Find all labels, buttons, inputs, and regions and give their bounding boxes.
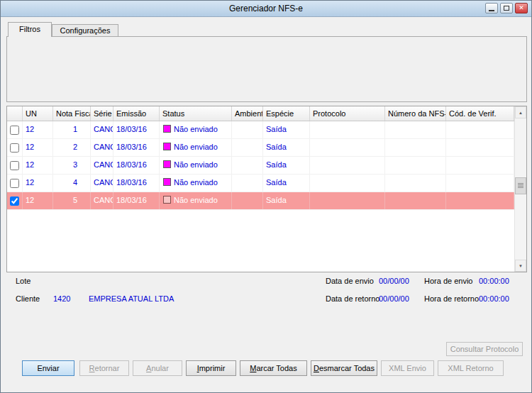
detail-cliente-code: 1420 bbox=[53, 294, 70, 303]
status-color-swatch bbox=[163, 196, 171, 204]
cell-nota-fiscal: 3 bbox=[53, 157, 91, 174]
consultar-protocolo-button[interactable]: Consultar Protocolo bbox=[446, 342, 523, 356]
row-select-cell bbox=[7, 192, 23, 209]
detail-cliente-name: EMPRESA ATUAL LTDA bbox=[89, 294, 174, 303]
cell-numero-nfse bbox=[385, 175, 446, 192]
cell-especie: Saída bbox=[263, 157, 310, 174]
close-icon[interactable]: ✕ bbox=[515, 3, 528, 13]
cell-numero-nfse bbox=[385, 121, 446, 138]
cell-protocolo bbox=[310, 139, 385, 156]
cell-cod-verif bbox=[446, 157, 514, 174]
row-select-cell bbox=[7, 157, 23, 174]
cell-ambiente bbox=[232, 192, 263, 209]
row-select-cell bbox=[7, 139, 23, 156]
row-checkbox[interactable] bbox=[10, 196, 19, 206]
retornar-button[interactable]: Retornar bbox=[79, 360, 129, 376]
cell-status: Não enviado bbox=[160, 157, 232, 174]
header-ambiente[interactable]: Ambiente bbox=[232, 106, 263, 121]
enviar-button[interactable]: Enviar bbox=[22, 360, 74, 376]
row-select-cell bbox=[7, 175, 23, 192]
scrollbar-thumb[interactable] bbox=[515, 177, 526, 194]
header-cod-verif[interactable]: Cód. de Verif. bbox=[446, 106, 514, 121]
row-checkbox[interactable] bbox=[10, 126, 19, 135]
status-color-swatch bbox=[163, 160, 171, 168]
cell-emissao: 18/03/16 bbox=[113, 192, 160, 209]
table-row[interactable]: 12 4 CANOA 18/03/16 Não enviado Saída bbox=[7, 175, 514, 192]
cell-serie: CANOA bbox=[91, 175, 113, 192]
cell-nota-fiscal: 4 bbox=[53, 175, 91, 192]
status-color-swatch bbox=[163, 143, 171, 150]
cell-un: 12 bbox=[23, 121, 53, 138]
header-emissao[interactable]: Emissão bbox=[113, 106, 160, 121]
table-row[interactable]: 12 1 CANOA 18/03/16 Não enviado Saída bbox=[7, 121, 514, 139]
row-checkbox[interactable] bbox=[10, 161, 19, 170]
cell-cod-verif bbox=[446, 175, 514, 192]
app-window: Gerenciador NFS-e ✕ Filtros Configuraçõe… bbox=[0, 0, 532, 393]
cell-protocolo bbox=[310, 192, 385, 209]
header-select[interactable] bbox=[7, 106, 23, 121]
cell-serie: CANOA bbox=[91, 121, 113, 138]
desmarcar-todas-button[interactable]: Desmarcar Todas bbox=[311, 360, 377, 376]
status-text: Não enviado bbox=[174, 160, 218, 169]
hora-retorno-value: 00:00:00 bbox=[479, 294, 509, 303]
tab-configuracoes[interactable]: Configurações bbox=[52, 24, 118, 37]
xml-envio-button[interactable]: XML Envio bbox=[381, 360, 434, 376]
status-text: Não enviado bbox=[174, 125, 218, 133]
minimize-icon[interactable] bbox=[485, 3, 498, 13]
hora-envio-value: 00:00:00 bbox=[479, 277, 509, 285]
header-status[interactable]: Status bbox=[160, 106, 232, 121]
header-serie[interactable]: Série bbox=[91, 106, 113, 121]
cell-serie: CANOA bbox=[91, 139, 113, 156]
detail-lote-label: Lote bbox=[16, 277, 31, 285]
cell-especie: Saída bbox=[263, 121, 310, 138]
window-title: Gerenciador NFS-e bbox=[229, 4, 303, 13]
data-retorno-label: Data de retorno bbox=[326, 294, 379, 303]
status-color-swatch bbox=[163, 125, 171, 133]
anular-button[interactable]: Anular bbox=[133, 360, 182, 376]
cell-emissao: 18/03/16 bbox=[113, 175, 160, 192]
cell-status: Não enviado bbox=[160, 139, 232, 156]
cell-protocolo bbox=[310, 121, 385, 138]
status-color-swatch bbox=[163, 178, 171, 186]
vertical-scrollbar[interactable]: ▲ ▼ bbox=[514, 106, 526, 272]
marcar-todas-button[interactable]: Marcar Todas bbox=[240, 360, 307, 376]
cell-ambiente bbox=[232, 157, 263, 174]
cell-emissao: 18/03/16 bbox=[113, 139, 160, 156]
titlebar[interactable]: Gerenciador NFS-e ✕ bbox=[1, 1, 531, 17]
filter-panel bbox=[6, 36, 527, 102]
cell-ambiente bbox=[232, 175, 263, 192]
scroll-up-icon[interactable]: ▲ bbox=[515, 106, 526, 118]
row-checkbox[interactable] bbox=[10, 143, 19, 153]
cell-emissao: 18/03/16 bbox=[113, 121, 160, 138]
table-row-selected[interactable]: 12 5 CANOA 18/03/16 Não enviado Saída bbox=[7, 192, 514, 210]
cell-un: 12 bbox=[23, 157, 53, 174]
cell-protocolo bbox=[310, 157, 385, 174]
cell-ambiente bbox=[232, 139, 263, 156]
maximize-icon[interactable] bbox=[500, 3, 513, 13]
hora-envio-label: Hora de envio bbox=[424, 277, 473, 285]
imprimir-button[interactable]: Imprimir bbox=[186, 360, 236, 376]
table-row[interactable]: 12 3 CANOA 18/03/16 Não enviado Saída bbox=[7, 157, 514, 175]
tab-filtros[interactable]: Filtros bbox=[8, 22, 52, 37]
cell-especie: Saída bbox=[263, 139, 310, 156]
cell-nota-fiscal: 2 bbox=[53, 139, 91, 156]
scroll-down-icon[interactable]: ▼ bbox=[515, 260, 526, 272]
cell-serie: CANOA bbox=[91, 192, 113, 209]
header-protocolo[interactable]: Protocolo bbox=[310, 106, 385, 121]
detail-cliente-label: Cliente bbox=[16, 294, 40, 303]
cell-cod-verif bbox=[446, 192, 514, 209]
cell-protocolo bbox=[310, 175, 385, 192]
table-row[interactable]: 12 2 CANOA 18/03/16 Não enviado Saída bbox=[7, 139, 514, 157]
header-un[interactable]: UN bbox=[23, 106, 53, 121]
cell-especie: Saída bbox=[263, 175, 310, 192]
cell-ambiente bbox=[232, 121, 263, 138]
grid-header: UN Nota Fiscal Série Emissão Status Ambi… bbox=[7, 106, 514, 121]
cell-nota-fiscal: 5 bbox=[53, 192, 91, 209]
xml-retorno-button[interactable]: XML Retorno bbox=[438, 360, 504, 376]
header-especie[interactable]: Espécie bbox=[263, 106, 310, 121]
header-nota-fiscal[interactable]: Nota Fiscal bbox=[53, 106, 91, 121]
cell-cod-verif bbox=[446, 121, 514, 138]
header-numero-nfse[interactable]: Número da NFS-e bbox=[385, 106, 446, 121]
row-checkbox[interactable] bbox=[10, 179, 19, 188]
status-text: Não enviado bbox=[174, 143, 218, 151]
